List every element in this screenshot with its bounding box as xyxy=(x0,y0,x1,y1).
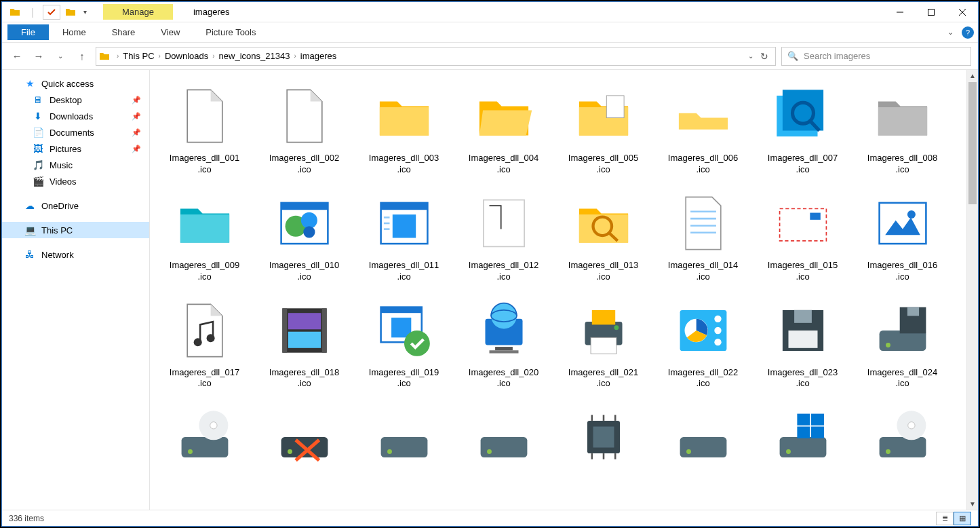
help-icon[interactable]: ? xyxy=(962,26,974,39)
file-item[interactable]: Imageres_dll_004.ico xyxy=(454,79,553,178)
drive-icon xyxy=(669,403,737,471)
svg-point-84 xyxy=(686,449,691,454)
svg-rect-48 xyxy=(591,309,614,324)
nav-this-pc[interactable]: 💻 This PC xyxy=(2,222,149,238)
floppy-icon xyxy=(769,297,837,364)
vertical-scrollbar[interactable]: ▲ ▼ xyxy=(966,70,978,510)
file-item[interactable]: Imageres_dll_016.ico xyxy=(853,187,952,286)
ribbon-tab-home[interactable]: Home xyxy=(50,24,98,40)
documents-icon: 📄 xyxy=(32,127,44,138)
nav-item-pictures[interactable]: 🖼Pictures📌 xyxy=(2,140,149,157)
file-item[interactable]: Imageres_dll_018.ico xyxy=(255,294,353,393)
file-item[interactable] xyxy=(654,400,752,476)
qat-new-folder-icon[interactable] xyxy=(63,5,78,20)
nav-forward-button[interactable]: → xyxy=(31,48,47,64)
file-item[interactable]: Imageres_dll_014.ico xyxy=(654,187,752,286)
view-large-icons-button[interactable]: ▦ xyxy=(954,512,971,525)
star-icon: ★ xyxy=(24,78,36,89)
file-item[interactable]: Imageres_dll_011.ico xyxy=(355,187,453,286)
nav-network[interactable]: 🖧 Network xyxy=(2,246,149,263)
file-item[interactable]: Imageres_dll_017.ico xyxy=(155,294,254,393)
file-item[interactable]: Imageres_dll_021.ico xyxy=(554,294,652,393)
maximize-button[interactable] xyxy=(916,2,947,22)
chevron-right-icon[interactable]: › xyxy=(155,52,165,60)
ribbon-tab-view[interactable]: View xyxy=(149,24,192,40)
nav-quick-access[interactable]: ★ Quick access xyxy=(2,75,149,92)
file-item[interactable]: Imageres_dll_010.ico xyxy=(255,187,353,286)
file-item[interactable]: Imageres_dll_002.ico xyxy=(255,79,353,178)
view-details-button[interactable]: ≣ xyxy=(936,512,954,525)
file-item[interactable]: Imageres_dll_003.ico xyxy=(355,79,453,178)
file-item[interactable]: Imageres_dll_012.ico xyxy=(454,187,553,286)
file-name-label: Imageres_dll_013.ico xyxy=(568,260,638,283)
file-item[interactable]: Imageres_dll_020.ico xyxy=(454,294,553,393)
file-item[interactable]: Imageres_dll_005.ico xyxy=(554,79,652,178)
file-item[interactable] xyxy=(753,400,852,476)
nav-item-videos[interactable]: 🎬Videos xyxy=(2,173,149,189)
file-name-label: Imageres_dll_006.ico xyxy=(668,153,738,176)
chevron-right-icon[interactable]: › xyxy=(290,52,300,60)
file-name-label: Imageres_dll_014.ico xyxy=(668,260,738,283)
file-item[interactable]: Imageres_dll_007.ico xyxy=(753,79,852,178)
cpu-icon xyxy=(570,403,638,471)
chevron-right-icon[interactable]: › xyxy=(208,52,218,60)
explorer-window: | ▾ Manage imageres File HomeShareView P… xyxy=(1,1,979,527)
svg-point-94 xyxy=(907,422,914,429)
search-input[interactable]: 🔍 Search imageres xyxy=(781,47,971,66)
breadcrumb-part[interactable]: imageres xyxy=(300,51,336,61)
svg-rect-49 xyxy=(591,337,616,354)
search-placeholder: Search imageres xyxy=(804,51,870,61)
file-item[interactable]: Imageres_dll_008.ico xyxy=(853,79,952,178)
minimize-button[interactable] xyxy=(884,2,916,22)
breadcrumb-part[interactable]: This PC xyxy=(123,51,154,61)
svg-rect-15 xyxy=(380,203,427,210)
file-item[interactable]: Imageres_dll_009.ico xyxy=(155,187,254,286)
address-dropdown-icon[interactable]: ⌄ xyxy=(748,52,753,60)
scroll-thumb[interactable] xyxy=(968,82,977,204)
scroll-up-icon[interactable]: ▲ xyxy=(967,70,978,81)
address-bar[interactable]: › This PC›Downloads›new_icons_21343›imag… xyxy=(96,47,776,66)
file-item[interactable]: Imageres_dll_022.ico xyxy=(654,294,752,393)
breadcrumb-part[interactable]: Downloads xyxy=(165,51,208,61)
refresh-button[interactable]: ↻ xyxy=(760,51,768,62)
file-item[interactable] xyxy=(155,400,254,476)
qat-properties-icon[interactable] xyxy=(43,5,60,20)
file-item[interactable]: Imageres_dll_015.ico xyxy=(753,187,852,286)
scroll-down-icon[interactable]: ▼ xyxy=(967,498,978,510)
file-tab[interactable]: File xyxy=(7,24,49,40)
file-item[interactable] xyxy=(454,400,553,476)
file-item[interactable]: Imageres_dll_006.ico xyxy=(654,79,752,178)
file-item[interactable]: Imageres_dll_001.ico xyxy=(155,79,254,178)
file-item[interactable]: Imageres_dll_023.ico xyxy=(753,294,852,393)
nav-item-desktop[interactable]: 🖥Desktop📌 xyxy=(2,92,149,108)
nav-up-button[interactable]: ↑ xyxy=(74,48,90,64)
file-item[interactable]: Imageres_dll_019.ico xyxy=(355,294,453,393)
nav-item-downloads[interactable]: ⬇Downloads📌 xyxy=(2,108,149,124)
picture-icon xyxy=(869,189,937,257)
ribbon-collapse-icon[interactable]: ⌄ xyxy=(943,28,958,37)
folder-gray-icon xyxy=(869,82,937,150)
file-item[interactable] xyxy=(853,400,952,476)
nav-recent-dropdown[interactable]: ⌄ xyxy=(52,48,68,64)
manage-context-tab[interactable]: Manage xyxy=(103,4,173,20)
nav-item-music[interactable]: 🎵Music xyxy=(2,157,149,173)
file-item[interactable]: Imageres_dll_013.ico xyxy=(554,187,652,286)
file-item[interactable]: Imageres_dll_024.ico xyxy=(853,294,952,393)
chevron-right-icon[interactable]: › xyxy=(113,52,123,60)
file-name-label: Imageres_dll_009.ico xyxy=(170,260,239,283)
close-button[interactable] xyxy=(947,2,978,22)
files-view[interactable]: Imageres_dll_001.icoImageres_dll_002.ico… xyxy=(150,70,966,510)
picture-tools-tab[interactable]: Picture Tools xyxy=(193,24,268,40)
qat-dropdown-icon[interactable]: ▾ xyxy=(81,8,90,16)
ribbon-tab-share[interactable]: Share xyxy=(100,24,148,40)
breadcrumb-part[interactable]: new_icons_21343 xyxy=(219,51,290,61)
audio-file-icon xyxy=(171,297,239,364)
file-item[interactable] xyxy=(554,400,652,476)
file-name-label: Imageres_dll_024.ico xyxy=(867,367,937,390)
svg-rect-28 xyxy=(810,212,820,219)
nav-back-button[interactable]: ← xyxy=(9,48,25,64)
file-item[interactable] xyxy=(355,400,453,476)
file-item[interactable] xyxy=(255,400,353,476)
nav-item-documents[interactable]: 📄Documents📌 xyxy=(2,124,149,140)
nav-onedrive[interactable]: ☁ OneDrive xyxy=(2,197,149,214)
